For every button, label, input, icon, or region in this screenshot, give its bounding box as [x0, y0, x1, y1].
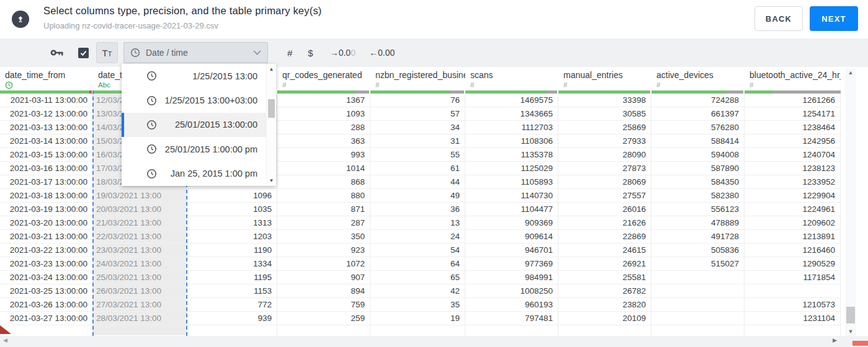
cell: 1216460	[745, 244, 841, 257]
cell: 594008	[651, 148, 745, 161]
cell: 30585	[558, 107, 651, 120]
cell: 1105893	[465, 175, 558, 188]
cell: 76	[370, 94, 465, 107]
cell: 2021-03-26 13:00:00	[0, 298, 93, 311]
cell: 868	[277, 175, 370, 188]
cell: 2021-03-14 13:00:00	[0, 134, 93, 147]
cell	[651, 298, 745, 311]
cell: 1203	[186, 230, 277, 243]
cell: 2021-03-24 13:00:00	[0, 271, 93, 284]
column-header-active_devices[interactable]: active_devices#	[651, 67, 745, 90]
cell: 55	[370, 148, 465, 161]
cell: 54	[370, 244, 465, 257]
next-button[interactable]: NEXT	[810, 6, 858, 31]
cell: 24/03/2021 13:00	[93, 257, 186, 270]
column-header-qr_codes_generated[interactable]: qr_codes_generated#	[277, 67, 370, 90]
cell: 894	[277, 284, 370, 297]
back-button[interactable]: BACK	[754, 6, 803, 31]
cell: 1233952	[745, 175, 841, 188]
cell: 1190	[186, 244, 277, 257]
cell	[651, 312, 745, 325]
cell: 1343665	[465, 107, 558, 120]
column-header-date_time_from[interactable]: date_time_from	[0, 67, 93, 90]
scroll-right-icon[interactable]: ▶	[833, 337, 837, 343]
text-type-button[interactable]: Tt	[96, 42, 118, 63]
clock-icon	[146, 71, 157, 81]
cell: 25/03/2021 13:00	[93, 271, 186, 284]
column-type-toolbar: Tt Date / time # $ →0.00 ←0.00	[0, 38, 868, 67]
horizontal-scroll-indicator	[852, 341, 868, 346]
cell: 1213891	[745, 230, 841, 243]
table-row: 2021-03-21 13:00:0022/03/2021 13:0012033…	[0, 230, 841, 244]
number-type-button[interactable]: #	[287, 48, 292, 58]
format-option[interactable]: Jan 25, 2015 1:00 pm	[122, 162, 266, 186]
column-name: date_time_from	[0, 67, 93, 80]
currency-type-button[interactable]: $	[308, 48, 313, 58]
cell: 350	[277, 230, 370, 243]
format-option[interactable]: 1/25/2015 13:00+03:00	[122, 88, 266, 112]
cell: 26/03/2021 13:00	[93, 284, 186, 297]
cell: 2021-03-18 13:00:00	[0, 189, 93, 202]
dropdown-scroll-thumb[interactable]	[268, 99, 275, 118]
upload-wizard-window: Select columns type, precision, and the …	[0, 0, 868, 347]
vertical-scrollbar[interactable]: ▲ ▼	[845, 68, 856, 336]
primary-key-checkbox[interactable]	[78, 48, 89, 58]
cell: 576280	[651, 121, 745, 134]
cell: 23820	[558, 298, 651, 311]
decrease-decimal-button[interactable]: →0.00	[330, 48, 356, 58]
format-option[interactable]: 25/01/2015 13:00:00	[122, 113, 266, 137]
primary-key-icon	[50, 45, 65, 60]
scroll-down-icon[interactable]: ▼	[845, 328, 856, 335]
format-option-label: 25/01/2015 13:00:00	[157, 120, 266, 130]
cell	[93, 325, 186, 335]
type-format-select[interactable]: Date / time	[123, 42, 268, 63]
table-row: 2021-03-18 13:00:0019/03/2021 13:0010968…	[0, 189, 841, 203]
cell: 772	[186, 298, 277, 311]
cell: 2021-03-25 13:00:00	[0, 284, 93, 297]
table-row	[0, 325, 841, 335]
format-option[interactable]: 25/01/2015 1:00:00 pm	[122, 137, 266, 161]
cell: 34	[370, 121, 465, 134]
cell: 1104477	[465, 203, 558, 216]
cell: 907	[277, 271, 370, 284]
cell: 33398	[558, 94, 651, 107]
column-header-manual_entries[interactable]: manual_entries#	[558, 67, 651, 90]
clock-icon	[146, 144, 157, 154]
cell: 23/03/2021 13:00	[93, 244, 186, 257]
cell	[651, 271, 745, 284]
horizontal-scrollbar[interactable]: ◀ ▶	[0, 336, 868, 347]
cell: 797481	[465, 312, 558, 325]
cell: 584350	[651, 175, 745, 188]
cell: 2021-03-16 13:00:00	[0, 162, 93, 175]
scroll-down-icon[interactable]: ▼	[267, 178, 276, 183]
table-row: 2021-03-27 13:00:0028/03/2021 13:0093925…	[0, 312, 841, 325]
column-header-scans[interactable]: scans#	[465, 67, 558, 90]
cell: 19	[370, 312, 465, 325]
scroll-up-icon[interactable]: ▲	[267, 66, 276, 72]
cell: 13	[370, 216, 465, 229]
scroll-left-icon[interactable]: ◀	[3, 337, 7, 343]
column-name: bluetooth_active_24_hr_	[745, 67, 841, 80]
clock-icon	[0, 80, 93, 90]
vertical-scroll-thumb[interactable]	[846, 307, 855, 323]
cell: 871	[277, 203, 370, 216]
scroll-up-icon[interactable]: ▲	[845, 69, 856, 76]
cell: 28090	[558, 148, 651, 161]
cell: 1125029	[465, 162, 558, 175]
column-header-bluetooth_active_24_hr_[interactable]: bluetooth_active_24_hr_#	[745, 67, 841, 90]
cell: 1210573	[745, 298, 841, 311]
format-option-label: Jan 25, 2015 1:00 pm	[157, 169, 266, 178]
format-option[interactable]: 1/25/2015 13:00	[122, 64, 266, 88]
cell: 1367	[277, 94, 370, 107]
cell: 724288	[651, 94, 745, 107]
cell: 1229904	[745, 189, 841, 202]
column-header-nzbn_registered_busine[interactable]: nzbn_registered_busine#	[370, 67, 465, 90]
table-row: 2021-03-20 13:00:0021/03/2021 13:0013132…	[0, 216, 841, 230]
cell: 1195	[186, 271, 277, 284]
cell: 1242956	[745, 134, 841, 147]
increase-decimal-button[interactable]: ←0.00	[369, 48, 395, 58]
arrow-left-icon: ←	[369, 48, 378, 58]
cell: 1171854	[745, 271, 841, 284]
dropdown-scrollbar[interactable]: ▲ ▼	[266, 64, 276, 186]
number-type-label: #	[465, 80, 558, 90]
